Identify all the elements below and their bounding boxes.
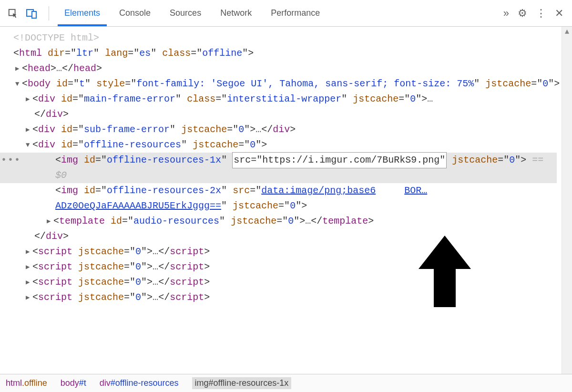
scroll-up-icon[interactable]: ▴	[563, 28, 571, 34]
tab-sources[interactable]: Sources	[160, 0, 211, 26]
script-1[interactable]: ▶<script jstcache="0">…</script>	[13, 244, 557, 259]
toolbar-separator	[49, 6, 49, 21]
settings-icon[interactable]: ⚙	[518, 7, 527, 20]
dom-tree[interactable]: <!DOCTYPE html> <html dir="ltr" lang="es…	[0, 27, 562, 374]
head-collapsed[interactable]: ▶<head>…</head>	[13, 61, 557, 76]
offline-resources-close: </div>	[13, 229, 557, 244]
vertical-scrollbar[interactable]: ▴	[562, 27, 572, 374]
more-tabs-icon[interactable]: »	[503, 7, 509, 20]
inspect-element-icon[interactable]	[5, 5, 21, 21]
svg-rect-2	[32, 11, 36, 18]
node-actions-icon[interactable]: •••	[1, 153, 21, 168]
breadcrumb-div[interactable]: div#offline-resources	[100, 378, 179, 388]
html-open[interactable]: <html dir="ltr" lang="es" class="offline…	[13, 46, 557, 61]
sub-frame-error[interactable]: ▶<div id="sub-frame-error" jstcache="0">…	[13, 122, 557, 137]
img-2x[interactable]: <img id="offline-resources-2x" src="data…	[13, 183, 557, 214]
breadcrumb-body[interactable]: body#t	[61, 378, 86, 388]
main-frame-error-close: </div>	[13, 107, 557, 122]
script-2[interactable]: ▶<script jstcache="0">…</script>	[13, 259, 557, 275]
elements-panel: <!DOCTYPE html> <html dir="ltr" lang="es…	[0, 27, 572, 374]
tab-performance[interactable]: Performance	[261, 0, 329, 26]
panel-tabs: Elements Console Sources Network Perform…	[55, 0, 329, 26]
breadcrumb-img-selected[interactable]: img#offline-resources-1x	[192, 377, 292, 389]
body-open[interactable]: ▼<body id="t" style="font-family: 'Segoe…	[13, 76, 557, 92]
script-3[interactable]: ▶<script jstcache="0">…</script>	[13, 275, 557, 290]
breadcrumb: html.offline body#t div#offline-resource…	[0, 374, 572, 392]
main-frame-error[interactable]: ▶<div id="main-frame-error" class="inter…	[13, 92, 557, 107]
offline-resources-open[interactable]: ▼<div id="offline-resources" jstcache="0…	[13, 137, 557, 153]
script-4[interactable]: ▶<script jstcache="0">…</script>	[13, 290, 557, 305]
tab-elements[interactable]: Elements	[55, 0, 110, 26]
kebab-menu-icon[interactable]: ⋮	[536, 7, 546, 20]
device-toggle-icon[interactable]	[24, 5, 40, 21]
template-audio[interactable]: ▶<template id="audio-resources" jstcache…	[13, 214, 557, 229]
attribute-edit-input[interactable]: src="https://i.imgur.com/7BuRkS9.png"	[233, 153, 446, 168]
close-icon[interactable]: ✕	[555, 7, 563, 20]
selected-node[interactable]: ••• <img id="offline-resources-1x" src="…	[0, 153, 557, 183]
breadcrumb-html[interactable]: html.offline	[6, 378, 47, 388]
tab-console[interactable]: Console	[110, 0, 160, 26]
tab-network[interactable]: Network	[211, 0, 261, 26]
doctype-line: <!DOCTYPE html>	[13, 31, 557, 46]
devtools-toolbar: Elements Console Sources Network Perform…	[0, 0, 572, 27]
